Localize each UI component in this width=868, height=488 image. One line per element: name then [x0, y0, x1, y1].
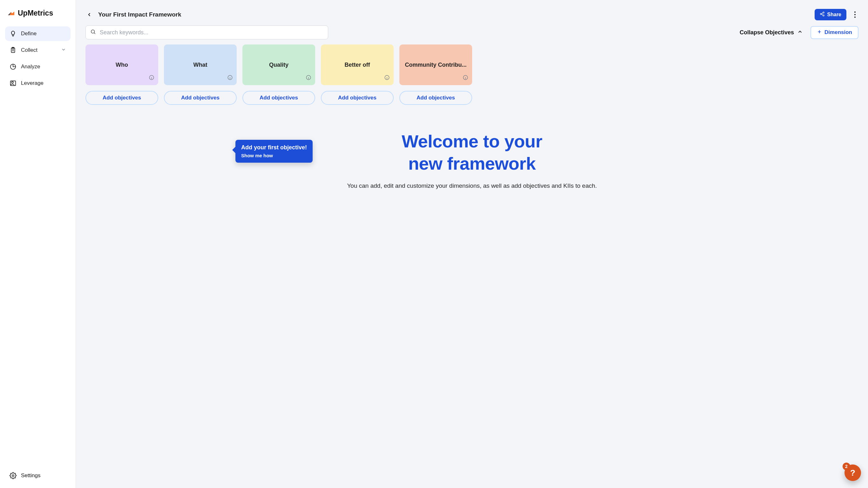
help-fab: 2 ? — [844, 464, 861, 481]
share-label: Share — [827, 12, 841, 18]
sidebar-item-label: Collect — [21, 47, 37, 53]
dimension-label: What — [190, 62, 211, 68]
add-objectives-button[interactable]: Add objectives — [242, 91, 315, 105]
dimension-label: Who — [113, 62, 131, 68]
add-objectives-button[interactable]: Add objectives — [321, 91, 394, 105]
info-icon[interactable] — [463, 75, 468, 82]
svg-point-12 — [91, 30, 95, 33]
svg-point-9 — [854, 11, 856, 13]
sidebar-item-analyze[interactable]: Analyze — [5, 59, 70, 74]
onboarding-tooltip: Add your first objective! Show me how — [236, 140, 313, 163]
lightbulb-icon — [9, 30, 17, 37]
add-dimension-button[interactable]: Dimension — [810, 26, 859, 39]
svg-point-10 — [854, 14, 856, 15]
dimension-label: Dimension — [825, 29, 852, 36]
share-icon — [820, 11, 825, 18]
dimension-card-better-off[interactable]: Better off — [321, 44, 394, 85]
dimension-column: Who Add objectives — [86, 44, 158, 105]
dimension-label: Community Contribu... — [402, 62, 470, 68]
sidebar-nav: Define Collect Analyze Leverage — [5, 26, 70, 91]
main: Your First Impact Framework Share Collap… — [76, 0, 868, 488]
help-badge: 2 — [843, 463, 850, 470]
collapse-objectives-button[interactable]: Collapse Objectives — [740, 29, 803, 36]
clipboard-icon — [9, 47, 17, 54]
dimension-label: Better off — [342, 62, 373, 68]
help-icon: ? — [850, 468, 855, 478]
back-button[interactable] — [86, 11, 93, 19]
welcome-heading: Welcome to your new framework — [76, 130, 868, 175]
dimension-card-community[interactable]: Community Contribu... — [399, 44, 472, 85]
add-objectives-button[interactable]: Add objectives — [86, 91, 158, 105]
svg-point-8 — [823, 15, 824, 16]
welcome-body: You can add, edit and customize your dim… — [76, 181, 868, 191]
sidebar-item-leverage[interactable]: Leverage — [5, 76, 70, 91]
chevron-up-icon — [797, 29, 803, 36]
sidebar-item-label: Leverage — [21, 80, 43, 86]
dimension-label: Quality — [266, 62, 292, 68]
more-menu-button[interactable] — [851, 10, 859, 20]
brand-name: UpMetrics — [18, 9, 53, 18]
dimension-card-quality[interactable]: Quality — [242, 44, 315, 85]
dimension-column: What Add objectives — [164, 44, 237, 105]
search-box[interactable] — [86, 25, 328, 39]
svg-point-6 — [823, 12, 824, 13]
dimension-column: Better off Add objectives — [321, 44, 394, 105]
sidebar-item-label: Analyze — [21, 64, 40, 70]
sidebar-item-label: Define — [21, 30, 36, 37]
search-icon — [90, 29, 96, 36]
dimension-column: Quality Add objectives — [242, 44, 315, 105]
plus-icon — [817, 29, 822, 36]
add-objectives-button[interactable]: Add objectives — [399, 91, 472, 105]
logo-icon — [8, 10, 14, 17]
search-input[interactable] — [100, 29, 323, 36]
dimensions-row: Who Add objectives What Add objectives Q… — [76, 44, 868, 105]
share-button[interactable]: Share — [815, 9, 846, 20]
info-icon[interactable] — [306, 75, 311, 82]
controls-row: Collapse Objectives Dimension — [76, 25, 868, 44]
dimension-column: Community Contribu... Add objectives — [399, 44, 472, 105]
sidebar-item-define[interactable]: Define — [5, 26, 70, 41]
svg-point-7 — [820, 13, 822, 14]
info-icon[interactable] — [227, 75, 233, 82]
sidebar-item-settings[interactable]: Settings — [5, 468, 70, 483]
chevron-down-icon — [61, 47, 66, 54]
welcome-block: Welcome to your new framework You can ad… — [76, 130, 868, 191]
info-icon[interactable] — [384, 75, 390, 82]
info-icon[interactable] — [149, 75, 154, 82]
sidebar-item-collect[interactable]: Collect — [5, 43, 70, 58]
tooltip-show-me-how[interactable]: Show me how — [241, 153, 307, 158]
svg-point-11 — [854, 17, 856, 18]
add-objectives-button[interactable]: Add objectives — [164, 91, 237, 105]
dimension-card-who[interactable]: Who — [86, 44, 158, 85]
tooltip-title: Add your first objective! — [241, 144, 307, 151]
sidebar-item-label: Settings — [21, 472, 40, 479]
user-card-icon — [9, 80, 17, 87]
page-title: Your First Impact Framework — [98, 11, 181, 18]
topbar: Your First Impact Framework Share — [76, 0, 868, 25]
collapse-label: Collapse Objectives — [740, 29, 794, 36]
dimension-card-what[interactable]: What — [164, 44, 237, 85]
svg-point-5 — [12, 475, 14, 477]
brand: UpMetrics — [5, 5, 70, 24]
pie-chart-icon — [9, 63, 17, 70]
gear-icon — [9, 472, 17, 479]
svg-point-3 — [11, 82, 13, 84]
sidebar: UpMetrics Define Collect Analyze — [0, 0, 76, 488]
